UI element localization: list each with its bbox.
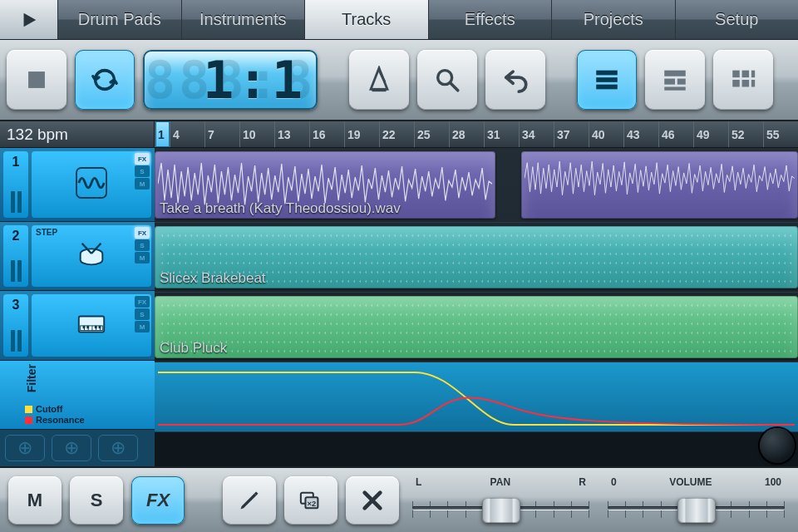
timeline-ruler[interactable]: 14710131619222528313437404346495255 bbox=[155, 121, 798, 147]
pan-center-label: PAN bbox=[490, 476, 510, 488]
tab-effects[interactable]: Effects bbox=[429, 0, 553, 39]
bar-marker[interactable]: 13 bbox=[274, 121, 309, 147]
pan-slider[interactable]: L PAN R bbox=[412, 476, 589, 525]
mute-flag[interactable]: M bbox=[135, 321, 150, 332]
track-flags: FX S M bbox=[135, 153, 150, 190]
solo-button[interactable]: S bbox=[70, 476, 123, 525]
add-track-button[interactable]: ⊕ bbox=[98, 435, 138, 461]
add-track-button[interactable]: ⊕ bbox=[5, 435, 45, 461]
legend-label: Cutoff bbox=[36, 404, 62, 415]
add-track-row: ⊕ ⊕ ⊕ bbox=[0, 430, 155, 466]
bar-marker[interactable]: 4 bbox=[170, 121, 204, 147]
bar-marker[interactable]: 7 bbox=[204, 121, 239, 147]
zoom-button[interactable] bbox=[417, 50, 477, 110]
automation-header[interactable]: Filter Cutoff Resonance bbox=[0, 361, 155, 430]
track-instrument[interactable]: FX S M bbox=[32, 151, 151, 218]
lane[interactable]: Slicex Brakebeat bbox=[155, 223, 798, 293]
vol-min-label: 0 bbox=[611, 476, 617, 488]
svg-rect-6 bbox=[596, 77, 618, 82]
audio-clip[interactable] bbox=[521, 151, 798, 219]
solo-flag[interactable]: S bbox=[135, 165, 150, 177]
corner-knob[interactable] bbox=[760, 428, 795, 463]
svg-rect-14 bbox=[751, 71, 755, 78]
stop-button[interactable] bbox=[7, 50, 66, 110]
track-instrument[interactable]: STEP FX S M bbox=[32, 225, 151, 287]
bar-marker[interactable]: 46 bbox=[658, 121, 693, 147]
view-tracks-button[interactable] bbox=[577, 50, 637, 110]
solo-flag[interactable]: S bbox=[135, 239, 150, 251]
bar-marker[interactable]: 10 bbox=[239, 121, 274, 147]
view-grid-button[interactable] bbox=[713, 50, 773, 110]
lane[interactable]: Take a breath (Katy Theodossiou).wav bbox=[155, 148, 798, 223]
pattern-clip[interactable] bbox=[155, 296, 798, 358]
bar-marker[interactable]: 16 bbox=[309, 121, 344, 147]
edit-button[interactable] bbox=[223, 476, 276, 525]
grid-icon bbox=[729, 66, 757, 94]
undo-button[interactable] bbox=[485, 50, 545, 110]
tempo-display[interactable]: 132 bpm bbox=[0, 121, 155, 147]
fx-flag[interactable]: FX bbox=[135, 296, 150, 308]
stop-icon bbox=[22, 66, 51, 94]
tab-tracks[interactable]: Tracks bbox=[305, 0, 429, 39]
bar-marker[interactable]: 37 bbox=[554, 121, 589, 147]
automation-lane[interactable] bbox=[155, 362, 798, 432]
track-header[interactable]: 1 FX S M bbox=[0, 148, 155, 222]
clip-label: Slicex Brakebeat bbox=[160, 270, 266, 287]
track-number: 1 bbox=[3, 151, 28, 218]
waveform-icon bbox=[525, 155, 795, 202]
bar-marker[interactable]: 55 bbox=[763, 121, 798, 147]
slider-thumb[interactable] bbox=[482, 498, 520, 523]
view-blocks-button[interactable] bbox=[645, 50, 705, 110]
level-meter-icon bbox=[11, 330, 22, 352]
legend-color-icon bbox=[25, 416, 32, 424]
mute-button[interactable]: M bbox=[8, 476, 62, 525]
position-value: 1:1 bbox=[203, 50, 306, 110]
volume-slider[interactable]: 0 VOLUME 100 bbox=[608, 476, 785, 525]
bar-marker[interactable]: 34 bbox=[519, 121, 554, 147]
delete-button[interactable] bbox=[346, 476, 399, 525]
fx-button[interactable]: FX bbox=[131, 476, 185, 525]
play-icon bbox=[20, 11, 38, 29]
tab-instruments[interactable]: Instruments bbox=[182, 0, 306, 39]
tab-label: Projects bbox=[584, 10, 643, 29]
track-instrument[interactable]: FX S M bbox=[32, 294, 151, 356]
fx-flag[interactable]: FX bbox=[135, 153, 150, 165]
mute-flag[interactable]: M bbox=[135, 252, 150, 264]
tab-setup[interactable]: Setup bbox=[676, 0, 799, 39]
svg-rect-5 bbox=[596, 71, 618, 76]
bar-marker[interactable]: 40 bbox=[589, 121, 623, 147]
track-header[interactable]: 3 FX S M bbox=[0, 291, 155, 360]
tab-projects[interactable]: Projects bbox=[552, 0, 676, 39]
bar-marker[interactable]: 49 bbox=[693, 121, 728, 147]
loop-button[interactable] bbox=[75, 50, 135, 110]
button-label: S bbox=[91, 490, 103, 511]
bar-marker[interactable]: 19 bbox=[344, 121, 379, 147]
add-track-button[interactable]: ⊕ bbox=[52, 435, 91, 461]
lane[interactable]: Club Pluck bbox=[155, 293, 798, 362]
svg-rect-9 bbox=[664, 79, 675, 85]
mute-flag[interactable]: M bbox=[135, 178, 150, 190]
song-position-display[interactable]: 888:8 1:1 bbox=[143, 50, 318, 110]
bar-marker[interactable]: 31 bbox=[484, 121, 519, 147]
fx-flag[interactable]: FX bbox=[135, 227, 150, 239]
track-flags: FX S M bbox=[135, 227, 150, 264]
solo-flag[interactable]: S bbox=[135, 308, 150, 320]
track-header[interactable]: 2 STEP FX S M bbox=[0, 222, 155, 291]
bar-marker[interactable]: 25 bbox=[414, 121, 449, 147]
metronome-icon bbox=[365, 66, 393, 94]
pan-left-label: L bbox=[416, 476, 421, 488]
slider-thumb[interactable] bbox=[677, 498, 716, 523]
tab-drum-pads[interactable]: Drum Pads bbox=[58, 0, 182, 39]
undo-icon bbox=[501, 66, 530, 94]
bar-marker[interactable]: 43 bbox=[623, 121, 658, 147]
transport-toolbar: 888:8 1:1 bbox=[0, 40, 798, 121]
bar-marker[interactable]: 22 bbox=[379, 121, 414, 147]
track-number: 2 bbox=[3, 225, 28, 287]
bar-marker[interactable]: 28 bbox=[449, 121, 484, 147]
play-button[interactable] bbox=[0, 0, 58, 39]
arrangement-lanes[interactable]: Take a breath (Katy Theodossiou).wav Sli… bbox=[155, 148, 798, 466]
duplicate-button[interactable]: ×2 bbox=[284, 476, 337, 525]
bar-marker[interactable]: 52 bbox=[728, 121, 763, 147]
bar-marker[interactable]: 1 bbox=[155, 121, 170, 147]
metronome-button[interactable] bbox=[349, 50, 409, 110]
